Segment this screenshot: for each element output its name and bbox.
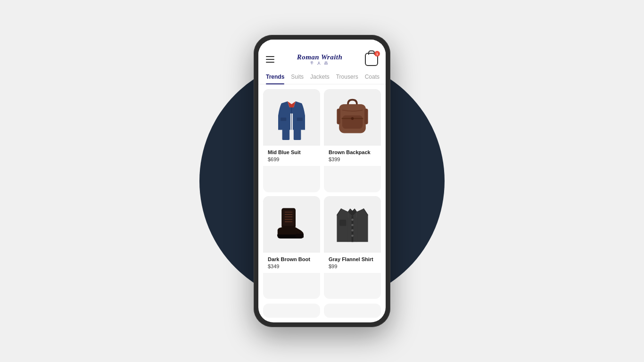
product-price-shirt: $99 — [329, 263, 376, 269]
product-image-boot — [263, 196, 320, 253]
svg-rect-9 — [339, 104, 366, 114]
phone-wrapper: Roman Wraith 千 人 品 1 Trends Suits Jacket… — [254, 35, 390, 327]
svg-rect-4 — [294, 129, 301, 140]
hamburger-menu-button[interactable] — [266, 56, 274, 63]
tab-suits[interactable]: Suits — [291, 70, 304, 84]
brand-subtitle: 千 人 品 — [297, 62, 343, 66]
product-name-shirt: Gray Flannel Shirt — [329, 256, 376, 262]
partial-card-left — [263, 304, 320, 318]
brand-name: Roman Wraith — [297, 53, 343, 61]
tab-coats[interactable]: Coats — [365, 70, 380, 84]
product-card-brown-backpack[interactable]: Brown Backpack $399 — [324, 89, 381, 192]
product-image-backpack — [324, 89, 381, 146]
nav-tabs: Trends Suits Jackets Trousers Coats — [258, 70, 386, 84]
product-card-gray-flannel-shirt[interactable]: Gray Flannel Shirt $99 — [324, 196, 381, 299]
product-info-suit: Mid Blue Suit $699 — [263, 146, 320, 166]
product-price-backpack: $399 — [329, 156, 376, 162]
svg-rect-2 — [297, 117, 303, 121]
svg-rect-26 — [339, 220, 346, 226]
cart-badge: 1 — [374, 51, 380, 57]
product-image-suit — [263, 89, 320, 146]
svg-rect-19 — [296, 234, 304, 238]
tab-jackets[interactable]: Jackets — [310, 70, 330, 84]
tab-trends[interactable]: Trends — [266, 70, 284, 84]
product-image-shirt — [324, 196, 381, 253]
brand-logo: Roman Wraith 千 人 品 — [297, 53, 343, 65]
tab-trousers[interactable]: Trousers — [336, 70, 358, 84]
cart-button[interactable]: 1 — [365, 53, 378, 66]
product-price-boot: $349 — [268, 263, 315, 269]
svg-rect-11 — [364, 108, 368, 124]
partial-card-right — [324, 304, 381, 318]
product-info-backpack: Brown Backpack $399 — [324, 146, 381, 166]
svg-rect-1 — [281, 117, 286, 121]
svg-rect-3 — [282, 129, 290, 140]
product-name-suit: Mid Blue Suit — [268, 149, 315, 155]
phone-notch — [258, 40, 386, 51]
svg-rect-10 — [337, 108, 340, 124]
product-card-dark-brown-boot[interactable]: Dark Brown Boot $349 — [263, 196, 320, 299]
partial-bottom-row — [258, 304, 386, 322]
product-price-suit: $699 — [268, 156, 315, 162]
phone-screen: Roman Wraith 千 人 品 1 Trends Suits Jacket… — [258, 40, 386, 322]
svg-point-25 — [351, 235, 354, 237]
svg-point-23 — [351, 224, 354, 226]
product-card-mid-blue-suit[interactable]: Mid Blue Suit $699 — [263, 89, 320, 192]
phone-frame: Roman Wraith 千 人 品 1 Trends Suits Jacket… — [254, 35, 390, 327]
svg-point-8 — [351, 117, 354, 120]
svg-point-24 — [351, 229, 354, 231]
product-info-shirt: Gray Flannel Shirt $99 — [324, 253, 381, 273]
product-name-backpack: Brown Backpack — [329, 149, 376, 155]
svg-point-22 — [351, 219, 354, 221]
product-info-boot: Dark Brown Boot $349 — [263, 253, 320, 273]
product-grid: Mid Blue Suit $699 — [258, 84, 386, 304]
product-name-boot: Dark Brown Boot — [268, 256, 315, 262]
app-header: Roman Wraith 千 人 品 1 — [258, 51, 386, 70]
